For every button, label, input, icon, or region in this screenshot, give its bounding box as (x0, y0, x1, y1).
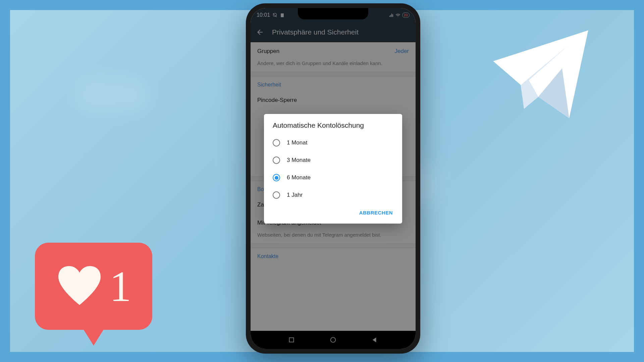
telegram-logo-icon (484, 23, 598, 125)
option-label: 1 Monat (287, 139, 307, 146)
option-1-month[interactable]: 1 Monat (264, 134, 402, 152)
radio-icon-selected (273, 174, 280, 181)
option-label: 6 Monate (287, 174, 311, 181)
dialog-actions: ABBRECHEN (264, 204, 402, 220)
like-box: 1 (35, 243, 152, 330)
radio-icon (273, 191, 280, 199)
account-deletion-dialog: Automatische Kontolöschung 1 Monat 3 Mon… (264, 114, 402, 224)
promo-frame: 1 10:01 20 (0, 0, 644, 362)
like-badge: 1 (35, 243, 152, 346)
option-1-year[interactable]: 1 Jahr (264, 186, 402, 204)
phone-notch (298, 8, 368, 19)
like-count: 1 (110, 261, 131, 311)
option-3-months[interactable]: 3 Monate (264, 152, 402, 169)
phone-frame: 10:01 20 Privatsphäre und Sicherheit (246, 3, 420, 354)
cancel-button[interactable]: ABBRECHEN (356, 207, 396, 218)
cloud-decoration (77, 77, 151, 114)
radio-icon (273, 139, 280, 146)
phone-inner: 10:01 20 Privatsphäre und Sicherheit (251, 8, 416, 349)
radio-inner (275, 176, 278, 180)
radio-icon (273, 157, 280, 164)
option-label: 1 Jahr (287, 192, 303, 198)
heart-icon (56, 264, 103, 308)
dialog-title: Automatische Kontolöschung (264, 121, 402, 134)
screen: 10:01 20 Privatsphäre und Sicherheit (251, 8, 416, 349)
option-label: 3 Monate (287, 157, 311, 164)
like-tail (84, 329, 104, 346)
option-6-months[interactable]: 6 Monate (264, 169, 402, 186)
